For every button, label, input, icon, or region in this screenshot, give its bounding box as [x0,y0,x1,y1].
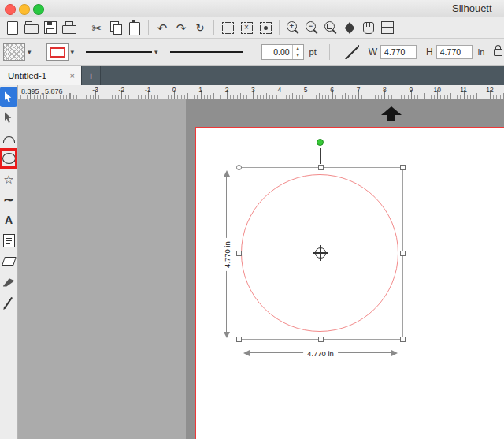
new-tab-button[interactable]: + [82,66,101,85]
ruler-number: -3 [92,86,98,94]
select-all-button[interactable] [218,19,237,36]
fill-swatch[interactable] [3,43,25,61]
line-thickness-input[interactable] [262,45,292,59]
toolbar-separator [148,20,149,35]
cut-button[interactable]: ✂ [87,19,106,36]
minimize-button[interactable] [19,4,30,15]
height-input[interactable] [436,45,472,59]
line-style-select[interactable] [86,44,152,60]
fullscreen-button[interactable] [33,4,44,15]
pan-button[interactable] [359,19,378,36]
freehand-icon: ∼ [3,193,14,206]
new-document-button[interactable] [3,19,22,36]
deselect-icon: × [241,22,253,34]
zoom-out-button[interactable]: − [302,19,321,36]
print-button[interactable] [60,19,79,36]
rotation-handle[interactable] [317,139,324,146]
line-tool-icon [345,45,359,59]
pan-hand-icon [363,22,374,34]
canvas-area[interactable]: 4.770 in 4.770 in [18,99,504,439]
lock-aspect-icon[interactable] [494,49,502,56]
tab-untitled-1[interactable]: Untitled-1 × [0,66,82,85]
line-color-rect-icon [50,47,65,58]
ruler-number: 5 [304,86,308,94]
copy-button[interactable] [106,19,125,36]
ruler-number: 6 [330,86,334,94]
refresh-button[interactable]: ↻ [191,19,209,36]
save-icon [44,21,57,34]
undo-button[interactable]: ↶ [153,19,172,36]
selection-handle[interactable] [400,165,406,170]
selection-handle[interactable] [236,165,242,170]
draw-star-tool-button[interactable]: ☆ [0,169,17,189]
line-color-dropdown-arrow[interactable]: ▾ [71,48,75,56]
width-dimension-indicator: 4.770 in [243,348,398,358]
save-button[interactable] [41,19,60,36]
notes-icon [3,234,15,247]
knife-tool-button[interactable] [0,271,17,292]
toolbar-separator [329,44,330,60]
open-button[interactable] [22,19,41,36]
draw-curve-tool-button[interactable] [0,128,17,148]
eraser-icon [2,257,17,266]
selection-options-button[interactable] [256,19,275,36]
cursor-position-readout: 8.395 , 5.876 [21,87,63,95]
pen-tool-button[interactable] [0,292,17,312]
stepper-down-button[interactable]: ▾ [293,52,303,59]
line-weight-select[interactable] [170,44,243,60]
height-dimension-indicator: 4.770 in [221,170,232,338]
line-style-dropdown-arrow[interactable]: ▾ [154,48,158,56]
zoom-selection-button[interactable] [321,19,340,36]
edit-points-tool-button[interactable] [0,107,17,128]
text-tool-button[interactable]: A [0,210,17,230]
paste-icon [129,22,140,35]
selection-handle[interactable] [400,251,406,256]
selection-handle[interactable] [318,165,324,170]
paste-button[interactable] [125,19,144,36]
selection-handle[interactable] [400,337,406,342]
line-color-swatch[interactable] [46,43,69,61]
selection-handle[interactable] [318,337,324,342]
print-icon [62,25,76,34]
ruler-number: 12 [486,86,493,94]
curve-icon [3,136,15,143]
line-thickness-field-group: ▴ ▾ [261,44,304,60]
toolbar-separator [279,20,280,35]
ruler-number: 4 [277,86,281,94]
open-folder-icon [24,24,39,34]
center-point-marker[interactable] [313,245,328,261]
scissors-icon: ✂ [92,22,102,34]
tab-close-button[interactable]: × [70,71,75,80]
star-icon: ☆ [3,173,13,185]
ruler-numbers: -3-2-10123456789101112 [18,85,504,99]
window-title: Silhouett [452,2,504,15]
fill-dropdown-arrow[interactable]: ▾ [28,48,32,56]
redo-button[interactable]: ↷ [172,19,191,36]
freehand-tool-button[interactable]: ∼ [0,189,17,210]
ruler-number: 7 [357,86,361,94]
select-tool-button[interactable] [0,87,17,107]
notes-tool-button[interactable] [0,230,17,251]
selection-handle[interactable] [236,337,242,342]
line-weight-preview-icon [170,51,243,53]
fit-page-icon [381,21,394,34]
ruler-number: -1 [145,86,151,94]
dot-icon [264,26,268,30]
thickness-unit-label: pt [309,47,317,57]
close-button[interactable] [5,4,16,15]
line-style-preview-icon [86,51,152,53]
draw-ellipse-tool-button[interactable] [0,148,17,169]
selection-handle[interactable] [236,251,242,256]
ellipse-icon [2,153,16,164]
deselect-all-button[interactable]: × [237,19,256,36]
drag-zoom-button[interactable] [340,19,359,36]
fit-page-button[interactable] [378,19,397,36]
stepper-up-button[interactable]: ▴ [293,45,303,52]
cross-icon: × [244,24,249,32]
ruler-number: 9 [409,86,413,94]
ruler-number: 2 [225,86,229,94]
zoom-in-button[interactable]: + [284,19,302,36]
eraser-tool-button[interactable] [0,251,17,271]
dimension-arrow-down-icon [224,332,230,338]
width-input[interactable] [380,45,417,59]
